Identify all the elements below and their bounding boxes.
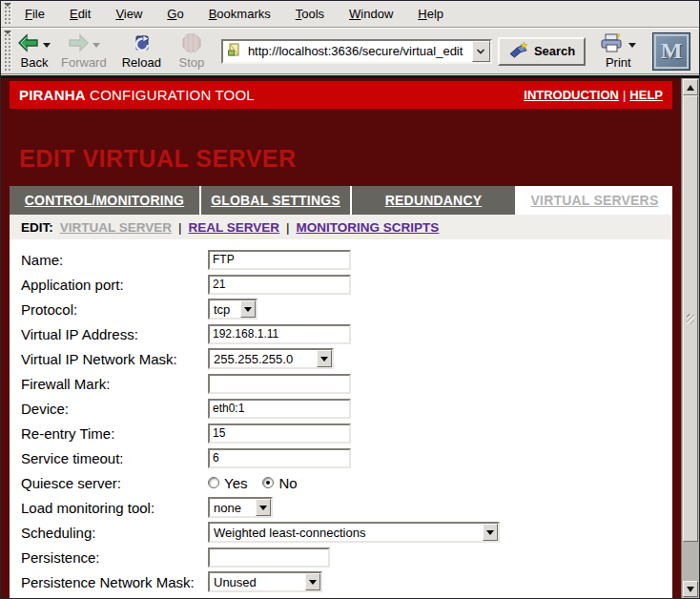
tab-label: CONTROL/MONITORING [25,193,184,208]
quiesce-no-radio[interactable] [262,477,274,488]
url-bar[interactable] [221,39,492,64]
menu-bookmarks[interactable]: Bookmarks [209,7,271,21]
scheduling-select-value: Weighted least-connections [210,526,483,540]
tab-label: REDUNDANCY [385,193,483,208]
persistence-mask-select-value: Unused [210,575,305,589]
form-row-quiesce-server: Quiesce server: Yes No [10,470,672,495]
menu-tools[interactable]: Tools [296,7,324,21]
introduction-link[interactable]: INTRODUCTION [524,88,619,102]
persistence-input[interactable] [208,547,330,568]
scroll-down-button[interactable] [683,581,698,597]
firewall-mark-input[interactable] [208,374,351,394]
form-row-scheduling: Scheduling: Weighted least-connections [10,520,672,545]
page-bookmark-icon[interactable] [227,42,241,61]
vertical-scrollbar[interactable] [681,78,699,598]
toolbar-grip-handle[interactable] [3,31,11,72]
reentry-time-label: Re-entry Time: [21,425,208,442]
url-input[interactable] [246,42,472,61]
subnav-virtual-server: VIRTUAL SERVER [60,220,172,235]
virtual-ip-mask-label: Virtual IP Network Mask: [21,351,208,367]
print-button-label: Print [606,55,631,70]
chevron-down-icon[interactable] [240,300,256,318]
virtual-ip-label: Virtual IP Address: [21,326,208,342]
chevron-down-icon[interactable] [317,350,332,367]
menu-bar: File Edit View Go Bookmarks Tools Window… [1,1,699,28]
application-port-input[interactable] [208,275,351,295]
subnav-real-server-link[interactable]: REAL SERVER [189,220,280,235]
subnav-separator: | [178,220,182,235]
service-timeout-input[interactable] [208,448,351,468]
tab-global-settings[interactable]: GLOBAL SETTINGS [201,186,352,215]
search-button[interactable]: Search [498,37,586,66]
flashlight-icon [508,41,529,61]
chevron-down-icon[interactable] [483,524,498,541]
quiesce-radio-group: Yes No [208,475,307,491]
page-header: EDIT VIRTUAL SERVER [10,109,672,186]
piranha-title-band: PIRANHA CONFIGURATION TOOL INTRODUCTION|… [10,81,672,109]
chevron-down-icon[interactable] [305,573,320,590]
toolbar-grip-handle[interactable] [3,3,11,25]
stop-button[interactable]: Stop [170,31,214,71]
form-row-virtual-ip-mask: Virtual IP Network Mask: 255.255.255.0 [10,346,672,371]
main-tabs: CONTROL/MONITORING GLOBAL SETTINGS REDUN… [10,186,672,215]
edit-subnav: EDIT: VIRTUAL SERVER | REAL SERVER | MON… [10,215,672,239]
scheduling-label: Scheduling: [21,525,208,541]
device-label: Device: [21,401,208,417]
print-dropdown-icon[interactable] [628,43,636,48]
tab-label: VIRTUAL SERVERS [531,193,659,208]
form-row-device: Device: [10,396,672,421]
forward-arrow-icon [68,32,89,56]
quiesce-server-label: Quiesce server: [21,475,208,491]
stop-icon [182,32,201,56]
menu-file[interactable]: File [25,7,45,21]
virtual-ip-mask-select[interactable]: 255.255.255.0 [208,348,334,369]
quiesce-yes-radio[interactable] [208,477,219,488]
form-row-service-timeout: Service timeout: [10,445,672,470]
mozilla-logo-button[interactable]: M [652,32,690,71]
scrollbar-thumb[interactable] [683,95,698,542]
forward-button[interactable]: Forward [56,31,112,71]
menu-edit[interactable]: Edit [70,7,91,21]
persistence-mask-label: Persistence Network Mask: [21,574,208,590]
tab-redundancy[interactable]: REDUNDANCY [352,186,517,215]
quiesce-yes-label: Yes [224,475,247,491]
form-row-persistence-mask: Persistence Network Mask: Unused [10,569,672,594]
menu-window[interactable]: Window [349,7,393,21]
app-title-rest: CONFIGURATION TOOL [86,87,255,103]
forward-dropdown-icon [93,43,100,48]
page-content-area: PIRANHA CONFIGURATION TOOL INTRODUCTION|… [1,75,699,598]
name-label: Name: [21,252,208,268]
load-monitoring-select-value: none [210,501,256,515]
device-input[interactable] [208,399,351,419]
virtual-ip-input[interactable] [208,324,351,344]
menu-go[interactable]: Go [167,7,183,21]
protocol-select[interactable]: tcp [208,299,257,320]
url-history-dropdown-button[interactable] [472,41,490,62]
menu-help[interactable]: Help [418,7,443,21]
reentry-time-input[interactable] [208,423,351,444]
printer-icon [600,33,623,55]
name-input[interactable] [208,250,351,270]
navigation-toolbar: Back Forward Reload [1,28,699,74]
browser-window: File Edit View Go Bookmarks Tools Window… [0,0,700,599]
load-monitoring-select[interactable]: none [208,497,273,518]
scroll-up-button[interactable] [683,79,698,95]
form-row-virtual-ip: Virtual IP Address: [10,321,672,346]
up-arrow-icon [687,85,694,91]
scrollbar-grip-icon [687,314,694,324]
help-link[interactable]: HELP [629,88,663,102]
persistence-mask-select[interactable]: Unused [208,571,322,592]
tab-control-monitoring[interactable]: CONTROL/MONITORING [10,186,201,215]
subnav-prefix: EDIT: [21,220,53,235]
tab-virtual-servers[interactable]: VIRTUAL SERVERS [517,186,672,215]
back-button[interactable]: Back [12,31,56,71]
scheduling-select[interactable]: Weighted least-connections [208,522,500,543]
form-row-application-port: Application port: [10,272,672,297]
menu-view[interactable]: View [115,7,142,21]
down-arrow-icon [687,587,694,592]
reload-button[interactable]: Reload [117,31,166,71]
chevron-down-icon[interactable] [256,499,271,516]
back-dropdown-icon[interactable] [43,43,51,48]
subnav-monitoring-scripts-link[interactable]: MONITORING SCRIPTS [297,220,440,235]
print-button[interactable]: Print [595,31,641,71]
